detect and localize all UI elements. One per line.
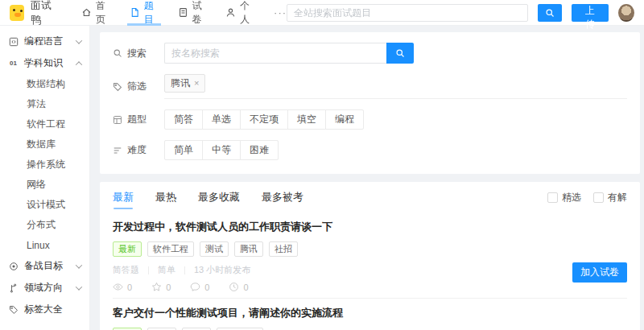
- type-option-short-answer[interactable]: 简答: [164, 109, 203, 130]
- question-difficulty: 简单: [158, 264, 175, 276]
- selected-tag-tencent[interactable]: 腾讯 ×: [164, 74, 205, 93]
- tag-icon: [8, 305, 19, 315]
- filter-type-row: 题型 简答 单选 不定项 填空 编程: [113, 109, 627, 130]
- sidebar-item-network[interactable]: 网络: [0, 175, 89, 195]
- code-icon: [8, 37, 19, 47]
- stat-comments-count: 0: [204, 283, 209, 292]
- sidebar-item-algorithms[interactable]: 算法: [0, 94, 89, 114]
- question-list-panel: 最新 最热 最多收藏 最多被考 精选 有解 开发过程中，软件测试人员的工作职责请…: [100, 182, 640, 330]
- question-body: 客户交付一个性能测试项目，请阐述你的实施流程 最新 腾讯 社招 性能优化 简答题…: [113, 306, 572, 330]
- sidebar-item-design-patterns[interactable]: 设计模式: [0, 195, 89, 215]
- question-item: 客户交付一个性能测试项目，请阐述你的实施流程 最新 腾讯 社招 性能优化 简答题…: [113, 299, 627, 330]
- nav-more-button[interactable]: ···: [274, 6, 287, 19]
- nav-questions[interactable]: 题目: [130, 0, 159, 25]
- sidebar-item-data-structures[interactable]: 数据结构: [0, 74, 89, 94]
- question-title[interactable]: 开发过程中，软件测试人员的工作职责请谈一下: [113, 220, 572, 234]
- type-option-coding[interactable]: 编程: [325, 109, 364, 130]
- sidebar-item-linux[interactable]: Linux: [0, 235, 89, 255]
- question-search-button[interactable]: [386, 43, 414, 64]
- stat-visits: 0: [229, 282, 248, 292]
- sidebar-item-targets[interactable]: 备战目标: [0, 255, 89, 277]
- clock-icon: [229, 282, 239, 292]
- brand-name: 面试鸭: [31, 0, 59, 27]
- checkbox-has-answer[interactable]: 有解: [593, 191, 627, 204]
- tab-newest[interactable]: 最新: [113, 183, 134, 212]
- difficulty-option-hard[interactable]: 困难: [240, 140, 279, 160]
- filter-selected-label: 筛选: [127, 80, 147, 93]
- filter-selected-row: 筛选 腾讯 ×: [113, 74, 627, 99]
- type-option-single-choice[interactable]: 单选: [202, 109, 241, 130]
- selected-tag-text: 腾讯: [171, 76, 190, 90]
- search-icon: [113, 48, 122, 58]
- upload-button[interactable]: 上传: [572, 4, 609, 22]
- question-published: 13 小时前发布: [194, 264, 250, 276]
- add-to-paper-button[interactable]: 加入试卷: [572, 262, 627, 283]
- type-option-fill-blank[interactable]: 填空: [287, 109, 326, 130]
- question-search-input[interactable]: [164, 43, 386, 64]
- type-option-multi-choice[interactable]: 不定项: [240, 109, 288, 130]
- question-tag[interactable]: 软件工程: [147, 241, 194, 257]
- numbered-list-icon: 01: [8, 60, 19, 67]
- question-tags: 最新 软件工程 测试 腾讯 社招: [113, 241, 572, 257]
- search-icon: [395, 48, 405, 58]
- sidebar-item-languages[interactable]: 编程语言: [0, 31, 89, 52]
- filter-difficulty-label-group: 难度: [113, 143, 164, 157]
- filter-search-label: 搜索: [127, 47, 147, 60]
- user-avatar[interactable]: [618, 4, 634, 22]
- divider: [148, 266, 149, 274]
- sidebar-item-label: 编程语言: [24, 35, 63, 48]
- tab-most-favorited[interactable]: 最多收藏: [198, 183, 240, 212]
- close-icon[interactable]: ×: [194, 79, 199, 88]
- stat-visits-count: 0: [243, 283, 248, 292]
- list-filter-checkboxes: 精选 有解: [547, 191, 627, 204]
- paper-icon: [178, 7, 188, 18]
- type-options: 简答 单选 不定项 填空 编程: [164, 109, 364, 130]
- tab-most-asked[interactable]: 最多被考: [262, 183, 303, 212]
- app-logo[interactable]: 面试鸭: [10, 0, 59, 27]
- sidebar-item-domains[interactable]: 领域方向: [0, 277, 89, 299]
- stat-comments[interactable]: 0: [190, 282, 209, 292]
- nav-papers[interactable]: 试卷: [178, 0, 207, 25]
- global-search-input[interactable]: [287, 4, 528, 22]
- sidebar-item-label: 备战目标: [24, 259, 63, 273]
- checkbox-featured[interactable]: 精选: [547, 191, 581, 204]
- sidebar-item-distributed[interactable]: 分布式: [0, 215, 89, 235]
- global-search-button[interactable]: [538, 4, 562, 22]
- checkbox-has-answer-label: 有解: [608, 191, 627, 204]
- nav-personal[interactable]: 个人: [225, 0, 254, 25]
- stat-stars-count: 0: [166, 283, 171, 292]
- divider: [184, 266, 185, 274]
- category-sidebar: 编程语言 01 学科知识 数据结构 算法 软件工程 数据库 操作系统 网络 设计…: [0, 26, 90, 330]
- question-tag[interactable]: 腾讯: [234, 241, 263, 257]
- question-tag[interactable]: 社招: [269, 241, 298, 257]
- sidebar-item-software-engineering[interactable]: 软件工程: [0, 114, 89, 134]
- home-icon: [81, 7, 92, 18]
- sidebar-item-subjects[interactable]: 01 学科知识: [0, 52, 89, 74]
- stat-views-count: 0: [127, 283, 132, 292]
- sidebar-item-database[interactable]: 数据库: [0, 134, 89, 155]
- question-tag[interactable]: 测试: [200, 241, 229, 257]
- document-icon: [130, 7, 140, 18]
- chevron-down-icon: [76, 283, 82, 290]
- filter-selected-label-group: 筛选: [113, 80, 164, 93]
- difficulty-option-easy[interactable]: 简单: [164, 140, 203, 160]
- filter-difficulty-row: 难度 简单 中等 困难: [113, 140, 627, 160]
- selected-tags-area: 腾讯 ×: [164, 74, 627, 99]
- question-meta: 简答题 简单 13 小时前发布: [113, 264, 572, 276]
- stat-stars[interactable]: 0: [151, 282, 171, 292]
- nav-personal-label: 个人: [240, 0, 254, 27]
- question-action: 加入试卷: [572, 220, 627, 292]
- nav-home[interactable]: 首页: [81, 0, 110, 25]
- question-title[interactable]: 客户交付一个性能测试项目，请阐述你的实施流程: [113, 306, 572, 320]
- difficulty-option-medium[interactable]: 中等: [202, 140, 241, 160]
- sidebar-item-label: 领域方向: [24, 281, 63, 295]
- tab-hottest[interactable]: 最热: [155, 183, 176, 212]
- sidebar-item-os[interactable]: 操作系统: [0, 155, 89, 175]
- sidebar-item-tags[interactable]: 标签大全: [0, 299, 89, 320]
- checkbox-icon: [547, 192, 558, 203]
- target-icon: [8, 262, 19, 271]
- checkbox-icon: [593, 192, 604, 203]
- difficulty-options: 简单 中等 困难: [164, 140, 279, 160]
- sort-tabs: 最新 最热 最多收藏 最多被考 精选 有解: [113, 182, 627, 212]
- filter-type-label: 题型: [127, 113, 147, 126]
